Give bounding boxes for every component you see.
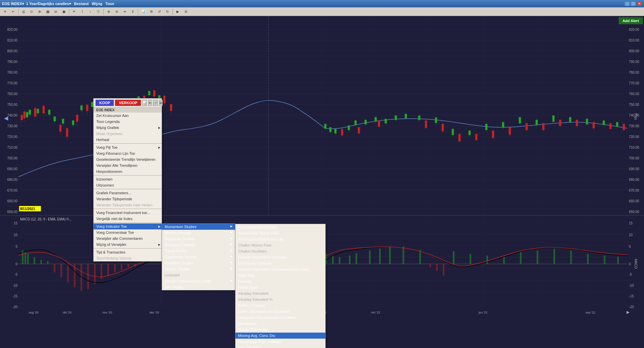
ctx-item-herhaal[interactable]: Herhaal [94,137,162,143]
submenu-alle[interactable]: Alle studies... [162,284,235,290]
svg-text:-20: -20 [13,305,18,309]
ctx-item-legenda[interactable]: Toon Legenda [94,119,162,125]
ctx-item-indicator[interactable]: Voeg Indicator Toe Momentum Studies ▶ Ac… [94,223,162,229]
mom-accel[interactable]: Accelerator/Decelerator [235,224,325,230]
submenu-simpler[interactable]: Simpler Options/John Carter ▶ [162,278,235,284]
maximize-button[interactable]: □ [631,1,636,6]
submenu-regressie[interactable]: Regressie Studies ▶ [162,236,235,242]
mom-momentum[interactable]: Momentum [235,321,325,327]
ctx-item-pijl[interactable]: Voeg Pijl Toe [94,144,162,150]
toolbar-btn12[interactable]: ⧉ [182,8,190,15]
submenu-volume[interactable]: Volume Studies ▶ [162,266,235,272]
ctx-icon-chart[interactable]: 📊 [142,100,147,106]
toolbar-draw1[interactable]: ✏ [70,8,78,15]
mom-pct-prijs[interactable]: Percentage Prijs Oscillator [235,339,325,345]
mom-commodity[interactable]: Commodity Channel [235,260,325,266]
toolbar-draw4[interactable]: ▽ [95,8,102,15]
toolbar-zoom-in[interactable]: ⊕ [105,8,112,15]
koop-button[interactable]: KOOP [96,100,114,106]
mom-accum-distrib[interactable]: Accumuleer/Distribueer Lijn [235,236,325,242]
mom-force-index[interactable]: Force Index [235,284,325,290]
toolbar-btn1[interactable]: ↩ [9,8,17,15]
toolbar-btn9[interactable]: ↺ [156,8,163,15]
ctx-item-kruiscursor[interactable]: Zet Kruiscursor Aan [94,113,162,119]
toolbar-draw2[interactable]: ⌇ [78,8,86,15]
mom-keltner[interactable]: Keltner Channel [235,302,325,308]
toolbar-btn6[interactable]: ▣ [60,8,67,15]
toolbar-close[interactable]: ✕ [1,8,9,15]
ges-trendlijn-label: Geselecteerde Trendlijn Verwijderen [96,157,156,161]
toolbar-print[interactable]: 🖨 [20,8,27,15]
mom-elder-ray[interactable]: Elder-Ray [235,272,325,278]
svg-text:790.00: 790.00 [629,60,639,64]
mom-langzame[interactable]: Langzame Stochastische Oscillator [235,315,325,321]
minimize-button[interactable]: _ [625,1,630,6]
ctx-item-commentaar[interactable]: Voeg Commentaar Toe [94,229,162,235]
submenu-uitgebreide[interactable]: Uitgebreide Studies ▶ [162,254,235,260]
ctx-icon-refresh[interactable]: ↻ [148,100,152,106]
menu-bestand[interactable]: Bestand [74,2,89,6]
titlebar: EOE INDEX▾ 1 Year/Dagelijks candles▾ Bes… [0,0,644,7]
ctx-item-ges-trendlijn[interactable]: Geselecteerde Trendlijn Verwijderen [94,156,162,162]
toolbar-btn2[interactable]: ⊙ [28,8,35,15]
ctx-item-wijzig-verwijder[interactable]: Wijzig of Verwijder [94,241,162,248]
ctx-item-wijzig-grafiek[interactable]: Wijzig Grafiek [94,125,162,131]
toolbar-indicator[interactable]: 📊 [140,8,147,15]
svg-text:nov '20: nov '20 [103,311,112,314]
svg-rect-67 [163,96,165,103]
svg-text:760.00: 760.00 [629,92,639,96]
ctx-item-all-trendlijn[interactable]: Verwijder Alle Trendlijnen [94,162,162,168]
menu-toon[interactable]: Toon [105,2,114,6]
mom-lanes[interactable]: Lane's Stochastische Oscillator [235,308,325,315]
close-button[interactable]: ✕ [637,1,642,6]
toolbar-btn5[interactable]: ⊘ [52,8,59,15]
ctx-item-vergelijk[interactable]: Vergelijk met de Index [94,216,162,222]
ctx-item-fibonacci[interactable]: Voeg Fibonacci Lijn Toe [94,150,162,156]
ctx-item-uitzoom[interactable]: Uitzoomen [94,182,162,188]
mom-accum-swing[interactable]: Accumulatie Swing Index [235,230,325,236]
svg-text:800.00: 800.00 [7,49,17,53]
regressie-arrow: ▶ [230,237,232,241]
ctx-item-verwijder-comm[interactable]: Verwijder alle Commentaren [94,235,162,241]
menu-wijzig[interactable]: Wijzig [92,2,102,6]
svg-text:15: 15 [629,221,633,225]
toolbar-btn8[interactable]: ⇕ [129,8,137,15]
mom-prijs-osc[interactable]: Prijs Oscillator [235,345,325,348]
toolbar-btn7[interactable]: ⇔ [121,8,128,15]
ctx-item-herpos[interactable]: Herpositioneren [94,168,162,175]
toolbar-btn4[interactable]: ▦ [44,8,51,15]
ctx-icon-settings[interactable]: ⚙ [159,100,163,106]
ctx-icon-link[interactable]: 🔗 [153,100,158,106]
mom-envelop[interactable]: Envelop [235,278,325,284]
verkoop-button[interactable]: VERKOOP [115,100,141,106]
ctx-item-tijd[interactable]: Tijd & Transacties [94,249,162,255]
submenu-volatiliteit[interactable]: Volatiliteit Studies ▶ [162,260,235,266]
submenu-trend[interactable]: Trend Studies ▶ [162,248,235,254]
mom-money-flow[interactable]: Money Flow Index [235,327,325,333]
toolbar-draw3[interactable]: ↕ [87,8,94,15]
toolbar-btn11[interactable]: ▶ [174,8,181,15]
ctx-item-params[interactable]: Grafiek Parameters... [94,190,162,196]
ctx-item-tijdsperiode[interactable]: Verander Tijdsperiode [94,196,162,202]
svg-rect-111 [365,120,367,124]
svg-rect-244 [54,264,55,272]
svg-rect-73 [29,110,31,115]
ctx-item-tijdsperiode-heden: Verander Tijdsperiode naar Heden [94,202,162,208]
svg-rect-163 [509,127,511,135]
svg-rect-69 [170,104,172,111]
ctx-item-inzoom[interactable]: Inzoomen [94,176,162,182]
submenu-moving-avg[interactable]: Moving Average ▶ [162,230,235,236]
ctx-item-instrument[interactable]: Voeg Financieel Instrument toe... [94,210,162,216]
toolbar-btn3[interactable]: ⊕ [36,8,43,15]
toolbar-settings[interactable]: ⚙ [148,8,155,15]
svg-rect-252 [107,264,109,276]
mom-macd[interactable]: Moving Avg. Conv. Div. [235,333,325,339]
submenu-steunpunt[interactable]: Steunpunt Studies ▶ [162,242,235,248]
toolbar-zoom-out[interactable]: ⊖ [113,8,120,15]
submenu-momentum[interactable]: Momentum Studies ▶ Accelerator/Decelerat… [162,224,235,230]
mom-chande[interactable]: Chande Momentum Oscillator [235,254,325,260]
add-alert-button[interactable]: Add Alert [619,17,643,24]
uitzoom-label: Uitzoomen [96,183,114,187]
mom-dubbele[interactable]: Dubbele Afgevlakte Stochastische Bresser… [235,266,325,272]
toolbar-btn10[interactable]: ↻ [164,8,171,15]
